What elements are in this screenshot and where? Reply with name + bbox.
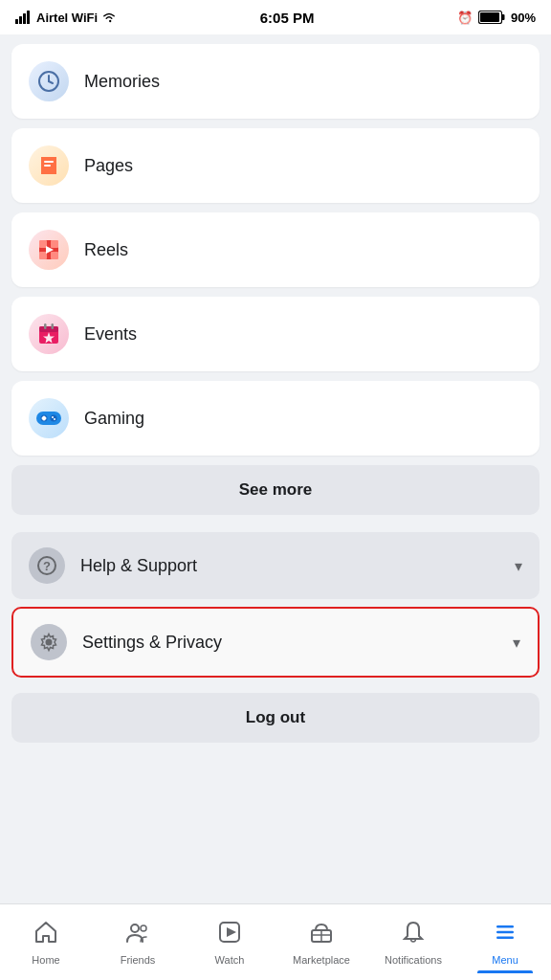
status-bar: Airtel WiFi 6:05 PM ⏰ 90%	[0, 0, 551, 34]
settings-label: Settings & Privacy	[82, 633, 497, 653]
nav-menu[interactable]: Menu	[459, 912, 551, 973]
wifi-icon	[101, 11, 117, 24]
svg-rect-1	[19, 16, 22, 24]
pages-label: Pages	[84, 156, 133, 176]
svg-rect-5	[501, 14, 504, 20]
svg-rect-20	[39, 326, 58, 332]
status-right: ⏰ 90%	[457, 11, 536, 25]
memories-label: Memories	[84, 72, 160, 92]
svg-rect-22	[52, 323, 55, 329]
watch-icon	[217, 920, 242, 950]
svg-rect-43	[496, 936, 514, 939]
svg-rect-28	[43, 416, 46, 421]
marketplace-icon	[309, 920, 334, 950]
menu-item-gaming[interactable]: Gaming	[11, 381, 540, 456]
svg-rect-41	[496, 925, 514, 928]
help-support-row[interactable]: ? Help & Support ▾	[11, 532, 540, 599]
settings-chevron-icon: ▾	[513, 634, 520, 652]
svg-rect-12	[44, 165, 51, 167]
svg-rect-14	[39, 240, 47, 248]
nav-marketplace-label: Marketplace	[293, 954, 350, 966]
settings-icon	[31, 624, 67, 660]
memories-icon	[29, 61, 69, 101]
friends-icon	[125, 920, 150, 950]
notifications-icon	[401, 920, 426, 950]
svg-rect-6	[480, 12, 499, 22]
svg-rect-16	[39, 252, 47, 259]
events-label: Events	[84, 324, 137, 345]
svg-point-34	[131, 924, 139, 932]
help-chevron-icon: ▾	[515, 557, 522, 575]
help-label: Help & Support	[80, 556, 499, 576]
svg-point-30	[54, 418, 55, 420]
home-icon	[33, 920, 58, 950]
svg-rect-24	[36, 412, 61, 425]
logout-button[interactable]: Log out	[11, 693, 540, 743]
svg-point-26	[51, 415, 57, 422]
svg-point-33	[46, 639, 53, 646]
svg-rect-2	[23, 13, 26, 24]
menu-item-pages[interactable]: Pages	[11, 128, 540, 203]
nav-notifications-label: Notifications	[385, 954, 442, 966]
svg-point-29	[52, 416, 54, 418]
nav-marketplace[interactable]: Marketplace	[276, 912, 367, 973]
main-content: Memories Pages Reels	[0, 34, 551, 819]
nav-menu-label: Menu	[492, 954, 518, 966]
menu-item-events[interactable]: Events	[11, 297, 540, 371]
svg-line-9	[49, 81, 53, 83]
status-carrier: Airtel WiFi	[15, 11, 117, 25]
svg-marker-37	[227, 927, 236, 937]
help-icon: ?	[29, 547, 65, 584]
nav-watch-label: Watch	[215, 954, 245, 966]
reels-label: Reels	[84, 240, 128, 260]
settings-privacy-row[interactable]: Settings & Privacy ▾	[11, 607, 540, 678]
menu-item-reels[interactable]: Reels	[11, 212, 540, 287]
svg-rect-42	[496, 930, 514, 933]
nav-home-label: Home	[32, 954, 59, 966]
pages-icon	[29, 145, 69, 186]
nav-friends-label: Friends	[121, 954, 156, 966]
menu-item-memories[interactable]: Memories	[11, 44, 540, 119]
battery-percent: 90%	[511, 11, 536, 25]
svg-rect-11	[44, 161, 54, 163]
status-time: 6:05 PM	[260, 10, 315, 26]
events-icon	[29, 314, 69, 354]
gaming-icon	[29, 398, 69, 438]
nav-friends[interactable]: Friends	[92, 912, 184, 973]
svg-rect-0	[15, 19, 18, 24]
menu-icon	[493, 920, 518, 950]
nav-watch[interactable]: Watch	[184, 912, 276, 973]
gaming-label: Gaming	[84, 409, 144, 429]
reels-icon	[29, 230, 69, 270]
bottom-nav: Home Friends Watch	[0, 903, 551, 980]
battery-icon	[478, 11, 505, 24]
carrier-name: Airtel WiFi	[36, 11, 98, 25]
nav-home[interactable]: Home	[0, 912, 92, 973]
svg-rect-21	[44, 323, 47, 329]
svg-rect-17	[51, 252, 58, 259]
svg-point-35	[141, 925, 146, 931]
svg-rect-15	[51, 240, 58, 248]
alarm-icon: ⏰	[457, 11, 473, 25]
see-more-button[interactable]: See more	[11, 465, 540, 515]
svg-rect-3	[27, 11, 30, 24]
signal-icon	[15, 11, 33, 24]
svg-text:?: ?	[43, 559, 51, 573]
nav-notifications[interactable]: Notifications	[367, 912, 459, 973]
